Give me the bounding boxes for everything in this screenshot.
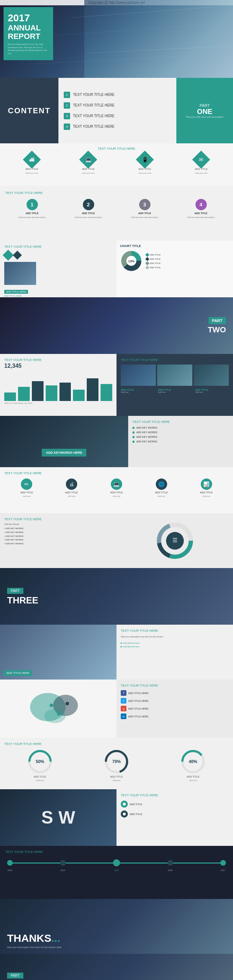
legend-item-4: ADD TITLE bbox=[146, 266, 230, 269]
content-item-text-3: TEXT YOUR TITLE HERE bbox=[73, 114, 114, 118]
icon2-item-3: 💻 ADD TITLE Add text bbox=[110, 479, 123, 497]
icon-diamond-4: ✉ bbox=[192, 151, 210, 169]
pie-center-text: 13% bbox=[128, 259, 134, 263]
content-left-panel: CONTENT bbox=[0, 78, 58, 143]
right-item-1: ADD TITLE Add text bbox=[121, 388, 155, 393]
svg-text:40%: 40% bbox=[189, 759, 197, 764]
city-caption: ADD TITLE HERE bbox=[3, 670, 32, 676]
city-slide-title: TEXT YOUR TITLE HERE bbox=[121, 629, 229, 632]
icon2-desc-2: Add text bbox=[68, 495, 75, 497]
slide-part3-v2: PART THREE bbox=[0, 954, 233, 980]
icon2-item-4: 🌐 ADD TITLE Add text bbox=[155, 479, 168, 497]
city-right-text: TEXT YOUR TITLE HERE Add your descriptio… bbox=[116, 625, 233, 679]
stat-item-3: 40% ADD TITLE Add text bbox=[180, 749, 205, 781]
content-list: 1 TEXT YOUR TITLE HERE 2 TEXT YOUR TITLE… bbox=[58, 78, 176, 143]
kw-text-4: ADD KEY WORDS bbox=[136, 440, 157, 443]
city-desc: Add your description text here for this … bbox=[121, 635, 229, 639]
sw-pin-1 bbox=[121, 800, 128, 808]
map-item-4: in ADD TITLE HERE bbox=[121, 713, 229, 719]
icon2-desc-3: Add text bbox=[113, 495, 120, 497]
legend-item-3: ADD TITLE bbox=[146, 262, 230, 265]
city-sub-items: ▶ Add title text here ▶ Add title text h… bbox=[121, 642, 229, 648]
icon-diamond-2: 💻 bbox=[79, 151, 97, 169]
right-item-label-2: ADD TITLE bbox=[158, 388, 192, 391]
kw-text-2: ADD KEY WORDS bbox=[136, 431, 157, 434]
legend-icon-3 bbox=[145, 261, 149, 265]
legend-icon-4 bbox=[145, 266, 149, 269]
add-title-link: ADD TITLE HERE bbox=[4, 295, 112, 297]
two-col-right: CHART TITLE 13% ADD TITLE ADD TITLE bbox=[116, 241, 233, 297]
map-item-1: f ADD TITLE HERE bbox=[121, 690, 229, 696]
part-one-box: PART ONE Text your title here add descri… bbox=[176, 78, 233, 143]
img-3 bbox=[194, 364, 229, 386]
num-circle-1: 1 bbox=[27, 199, 38, 210]
stat-circle-svg-1: 50% bbox=[28, 749, 53, 774]
icon-item-4: ✉ ADD TITLE Add your text bbox=[195, 153, 207, 174]
num-card-2: 2 ADD TITLE Add text here add descriptio… bbox=[62, 199, 115, 218]
kw-item-2: ADD KEY WORDS bbox=[132, 431, 229, 434]
icon-item-1: 🏙 ADD TITLE Add your text bbox=[26, 153, 38, 174]
linkedin-icon: in bbox=[121, 713, 126, 719]
tl-dot-3-highlight bbox=[113, 859, 120, 866]
tl-point-4: 2016 bbox=[168, 860, 173, 871]
sw-item-2: ADD TITLE bbox=[121, 810, 229, 818]
stat-desc-3: Add text bbox=[189, 780, 197, 781]
right-item-label-1: ADD TITLE bbox=[121, 388, 155, 391]
part3v2-block: PART THREE bbox=[7, 972, 38, 980]
stat-desc-2: Add text bbox=[113, 780, 120, 781]
stat-label-3: ADD TITLE bbox=[187, 775, 199, 778]
map-item-text-4: ADD TITLE HERE bbox=[128, 715, 148, 718]
svg-point-15 bbox=[49, 703, 53, 707]
tl-point-1: 2013 bbox=[7, 860, 13, 871]
icon2-item-5: 📊 ADD TITLE Add text bbox=[200, 479, 213, 497]
keyword-title-box: ADD KEYWORDS HERE bbox=[42, 449, 87, 457]
content-num-2: 2 bbox=[64, 102, 70, 109]
numbered-row: 1 ADD TITLE Add text here add descriptio… bbox=[5, 199, 228, 218]
svg-point-14 bbox=[44, 709, 65, 723]
thanks-text: THANKS bbox=[7, 932, 51, 944]
kw-item-3: ADD KEY WORDS bbox=[132, 436, 229, 438]
diamond-row bbox=[4, 251, 112, 259]
sw-pin-inner-2 bbox=[123, 813, 126, 815]
kw-text-1: ADD KEY WORDS bbox=[136, 426, 157, 429]
timeline-dots: 2013 2014 2015 2016 2017 bbox=[7, 860, 226, 871]
cover-title-box: 2017 ANNUALREPORT We Are Responsible for… bbox=[3, 7, 53, 60]
chart-desc: Add your description text here bbox=[4, 402, 112, 404]
tl-dot-5 bbox=[220, 860, 226, 866]
right-item-3: ADD TITLE Add text bbox=[195, 388, 229, 393]
slide-sw: S W TEXT YOUR TITLE HERE ADD TITLE ADD T… bbox=[0, 789, 233, 846]
icon-symbol-3: 📱 bbox=[142, 157, 148, 162]
icon2-circle-5: 📊 bbox=[201, 479, 212, 490]
sw-slide-title: TEXT YOUR TITLE HERE bbox=[121, 794, 229, 797]
slide-content: CONTENT 1 TEXT YOUR TITLE HERE 2 TEXT YO… bbox=[0, 78, 233, 143]
icon2-label-5: ADD TITLE bbox=[200, 491, 213, 494]
tl-dot-1 bbox=[7, 860, 13, 866]
part-one-label: PART bbox=[200, 103, 210, 108]
icon-desc-1: Add your text bbox=[26, 172, 38, 174]
content-item-1: 1 TEXT YOUR TITLE HERE bbox=[64, 92, 171, 98]
legend-item-1: ADD TITLE bbox=[146, 253, 230, 256]
num-card-1: 1 ADD TITLE Add text here add descriptio… bbox=[5, 199, 59, 218]
right-item-label-3: ADD TITLE bbox=[195, 388, 229, 391]
three-images bbox=[121, 364, 229, 386]
tl-point-2: 2014 bbox=[60, 860, 66, 871]
two-col-left-title: TEXT YOUR TITLE HERE bbox=[4, 245, 112, 248]
icon2-circle-4: 🌐 bbox=[156, 479, 167, 490]
icon-item-2: 💻 ADD TITLE Add your text bbox=[82, 153, 94, 174]
cover-title: ANNUALREPORT bbox=[8, 24, 49, 41]
content-item-text-2: TEXT YOUR TITLE HERE bbox=[73, 103, 114, 107]
img-2 bbox=[157, 364, 192, 386]
stat-label-2: ADD TITLE bbox=[110, 775, 123, 778]
thanks-dots: ... bbox=[51, 932, 60, 944]
bar-5 bbox=[59, 383, 71, 401]
bar-4 bbox=[46, 385, 57, 401]
stats-row: 50% ADD TITLE Add text 70% ADD TITLE Add… bbox=[4, 749, 229, 781]
slide-map: TEXT YOUR TITLE HERE f ADD TITLE HERE t … bbox=[0, 679, 233, 738]
slide-stats: TEXT YOUR TITLE HERE 50% ADD TITLE Add t… bbox=[0, 738, 233, 789]
bar-7 bbox=[87, 378, 99, 401]
tl-dot-2 bbox=[60, 860, 66, 866]
part3v2-box: PART bbox=[7, 972, 23, 978]
legend-icon-1 bbox=[145, 253, 149, 256]
icon2-circle-3: 💻 bbox=[111, 479, 122, 490]
tl-year-1: 2013 bbox=[8, 869, 12, 871]
